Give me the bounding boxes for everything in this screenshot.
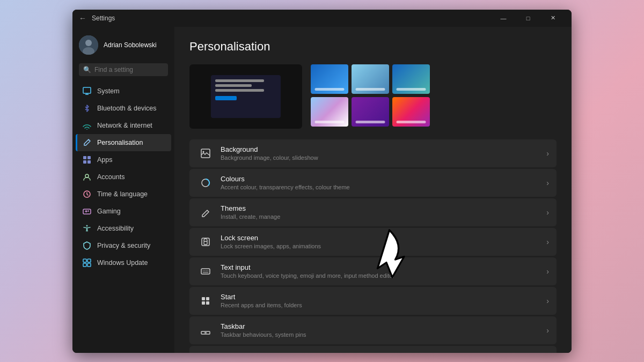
sidebar: Adrian Sobolewski 🔍 System Bluetooth & d… — [72, 27, 174, 353]
main-content: Personalisation — [174, 27, 572, 353]
textinput-title: Text input — [221, 263, 546, 271]
settings-item-lockscreen[interactable]: Lock screen Lock screen images, apps, an… — [189, 228, 557, 256]
titlebar: ← Settings — □ ✕ — [72, 10, 572, 27]
settings-item-themes[interactable]: Themes Install, create, manage › — [189, 198, 557, 226]
sidebar-item-time[interactable]: Time & language — [76, 186, 171, 203]
settings-item-fonts[interactable]: A Fonts Install, manage › — [189, 346, 557, 353]
nav-list: System Bluetooth & devices Network & int… — [72, 83, 174, 271]
preview-line-3 — [215, 89, 264, 92]
preview-inner — [211, 75, 281, 118]
bluetooth-icon — [82, 104, 92, 113]
taskbar-arrow: › — [546, 326, 549, 335]
svg-rect-27 — [204, 332, 207, 333]
system-icon — [82, 86, 92, 96]
accounts-icon — [82, 172, 92, 182]
theme-grid — [311, 64, 430, 127]
user-profile[interactable]: Adrian Sobolewski — [72, 31, 174, 63]
start-text: Start Recent apps and items, folders — [221, 293, 546, 308]
themes-text: Themes Install, create, manage — [221, 204, 546, 220]
sidebar-label-privacy: Privacy & security — [97, 242, 150, 249]
svg-rect-6 — [83, 160, 86, 164]
svg-rect-4 — [83, 156, 86, 159]
update-icon — [82, 258, 92, 268]
sidebar-label-apps: Apps — [97, 156, 113, 164]
svg-rect-24 — [202, 301, 205, 305]
svg-rect-7 — [87, 160, 91, 164]
search-input[interactable] — [94, 66, 174, 73]
sidebar-item-system[interactable]: System — [76, 83, 171, 100]
window-controls: — □ ✕ — [491, 10, 565, 27]
preview-line-2 — [215, 84, 252, 87]
background-arrow: › — [546, 149, 549, 158]
settings-item-background[interactable]: Background Background image, colour, sli… — [189, 139, 557, 167]
svg-rect-25 — [206, 301, 209, 305]
svg-point-1 — [85, 40, 92, 46]
avatar — [79, 35, 98, 55]
settings-item-start[interactable]: Start Recent apps and items, folders › — [189, 287, 557, 315]
accessibility-icon — [82, 224, 92, 233]
background-desc: Background image, colour, slideshow — [221, 154, 546, 161]
sidebar-item-apps[interactable]: Apps — [76, 151, 171, 168]
sidebar-label-bluetooth: Bluetooth & devices — [97, 105, 157, 112]
user-name: Adrian Sobolewski — [104, 41, 157, 49]
background-text: Background Background image, colour, sli… — [221, 145, 546, 161]
sidebar-item-personalisation[interactable]: Personalisation — [76, 134, 171, 151]
start-arrow: › — [546, 297, 549, 305]
maximize-button[interactable]: □ — [516, 10, 540, 27]
lockscreen-arrow: › — [546, 238, 549, 246]
themes-arrow: › — [546, 208, 549, 217]
preview-line-1 — [215, 79, 264, 82]
svg-rect-15 — [87, 263, 91, 267]
sidebar-item-accessibility[interactable]: Accessibility — [76, 220, 171, 237]
privacy-icon — [82, 241, 92, 250]
svg-rect-21 — [201, 269, 210, 274]
back-button[interactable]: ← — [79, 14, 86, 23]
theme-thumb-6[interactable] — [392, 97, 430, 127]
colours-arrow: › — [546, 179, 549, 187]
textinput-icon — [197, 263, 214, 280]
sidebar-label-accounts: Accounts — [97, 173, 125, 181]
theme-thumb-1[interactable] — [311, 64, 348, 94]
svg-rect-14 — [83, 263, 86, 267]
lockscreen-desc: Lock screen images, apps, animations — [221, 243, 546, 249]
background-icon — [197, 145, 214, 162]
gaming-icon — [82, 206, 92, 216]
search-box[interactable]: 🔍 — [79, 63, 168, 76]
theme-thumb-5[interactable] — [352, 97, 389, 127]
sidebar-label-accessibility: Accessibility — [97, 225, 134, 232]
theme-thumb-4[interactable] — [311, 97, 348, 127]
svg-rect-22 — [202, 297, 205, 300]
sidebar-label-system: System — [97, 87, 120, 95]
sidebar-label-update: Windows Update — [97, 259, 148, 267]
settings-list: Background Background image, colour, sli… — [189, 139, 557, 353]
personalisation-icon — [82, 138, 92, 147]
sidebar-item-accounts[interactable]: Accounts — [76, 168, 171, 186]
start-desc: Recent apps and items, folders — [221, 302, 546, 308]
lockscreen-text: Lock screen Lock screen images, apps, an… — [221, 234, 546, 249]
theme-thumb-2[interactable] — [352, 64, 389, 94]
minimize-button[interactable]: — — [491, 10, 516, 27]
start-title: Start — [221, 293, 546, 301]
sidebar-item-bluetooth[interactable]: Bluetooth & devices — [76, 100, 171, 117]
svg-point-8 — [85, 174, 89, 178]
fonts-icon: A — [197, 351, 214, 353]
preview-button — [215, 96, 237, 100]
close-button[interactable]: ✕ — [540, 10, 565, 27]
colours-desc: Accent colour, transparency effects, col… — [221, 184, 546, 190]
sidebar-label-time: Time & language — [97, 190, 148, 198]
current-theme-preview — [189, 64, 302, 129]
fonts-text: Fonts Install, manage — [221, 352, 546, 353]
themes-icon — [197, 204, 214, 221]
network-icon — [82, 121, 92, 130]
colours-title: Colours — [221, 175, 546, 183]
settings-item-textinput[interactable]: Text input Touch keyboard, voice typing,… — [189, 257, 557, 285]
sidebar-item-update[interactable]: Windows Update — [76, 254, 171, 271]
taskbar-title: Taskbar — [221, 322, 546, 330]
settings-item-taskbar[interactable]: Taskbar Taskbar behaviours, system pins … — [189, 316, 557, 344]
sidebar-item-network[interactable]: Network & internet — [76, 117, 171, 134]
taskbar-icon — [197, 322, 214, 339]
settings-item-colours[interactable]: Colours Accent colour, transparency effe… — [189, 169, 557, 197]
theme-thumb-3[interactable] — [392, 64, 430, 94]
sidebar-item-gaming[interactable]: Gaming — [76, 203, 171, 220]
sidebar-item-privacy[interactable]: Privacy & security — [76, 237, 171, 254]
